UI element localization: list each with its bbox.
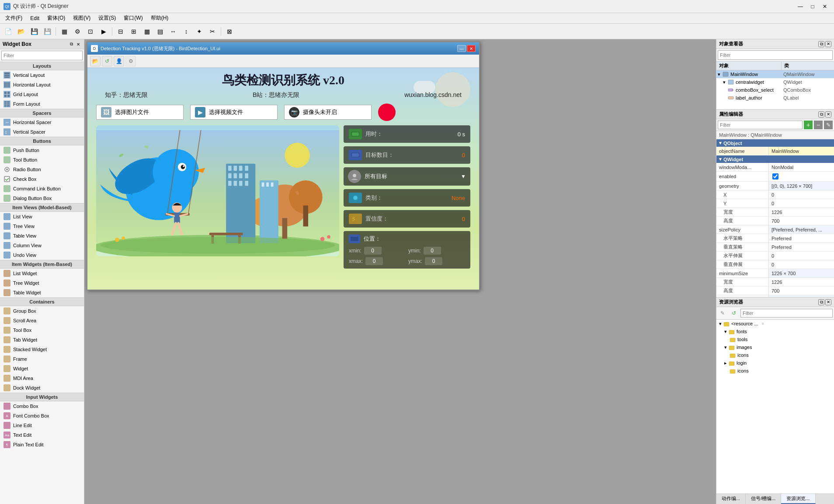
select-video-btn[interactable]: ▶ 选择视频文件 — [190, 105, 278, 120]
prop-float[interactable]: ⧉ — [818, 111, 824, 117]
widget-h-spacer[interactable]: ↔ Horizontal Spacer — [0, 117, 84, 127]
res-filter-input[interactable] — [740, 309, 833, 318]
toolbar-split-h[interactable]: ↔ — [167, 25, 179, 38]
tab-actions[interactable]: 动作编... — [716, 494, 746, 504]
widget-font-combo-box[interactable]: A Font Combo Box — [0, 411, 84, 421]
menu-window[interactable]: 窗口(W) — [120, 14, 146, 23]
widget-list-widget[interactable]: List Widget — [0, 269, 84, 278]
app-tb-open-img[interactable]: 📂 — [90, 56, 101, 66]
widget-grid-layout[interactable]: Grid Layout — [0, 90, 84, 99]
res-images[interactable]: ▾ images — [716, 343, 834, 351]
prop-filter-input[interactable] — [718, 121, 803, 129]
widget-text-edit[interactable]: Aa Text Edit — [0, 430, 84, 440]
toolbar-v-layout[interactable]: ⊞ — [128, 25, 140, 38]
toolbar-extra[interactable]: ⊠ — [223, 25, 236, 38]
res-tools[interactable]: tools — [716, 335, 834, 343]
toolbar-form-layout[interactable]: ▤ — [154, 25, 166, 38]
widget-push-button[interactable]: Push Button — [0, 145, 84, 155]
toolbar-preview[interactable]: ▶ — [97, 25, 110, 38]
widget-box-float[interactable]: ⧉ — [68, 41, 74, 47]
menu-file[interactable]: 文件(F) — [2, 14, 26, 23]
widget-tool-box[interactable]: Tool Box — [0, 325, 84, 335]
widget-form-layout[interactable]: Form Layout — [0, 99, 84, 109]
toolbar-open[interactable]: 📂 — [15, 25, 27, 38]
prop-hpolicy-val[interactable]: Preferred — [769, 234, 834, 242]
widget-scroll-area[interactable]: Scroll Area — [0, 316, 84, 325]
widget-list-view[interactable]: List View — [0, 212, 84, 221]
res-fonts[interactable]: ▾ fonts — [716, 328, 834, 335]
widget-check-box[interactable]: Check Box — [0, 174, 84, 184]
prop-minheight-val[interactable]: 700 — [769, 287, 834, 295]
widget-frame[interactable]: Frame — [0, 354, 84, 364]
prop-add-btn[interactable]: + — [804, 121, 813, 129]
toolbar-adjust[interactable]: ✦ — [193, 25, 205, 38]
tab-resources[interactable]: 资源浏览... — [781, 494, 815, 504]
stop-btn[interactable] — [378, 104, 396, 121]
widget-column-view[interactable]: Column View — [0, 241, 84, 250]
app-minimize-btn[interactable]: — — [457, 45, 466, 52]
obj-row-mainwindow[interactable]: ▾ MainWindow QMainWindow — [716, 70, 834, 78]
toolbar-split-v[interactable]: ↕ — [180, 25, 192, 38]
toolbar-grid-layout[interactable]: ▦ — [141, 25, 153, 38]
prop-windowmoda-val[interactable]: NonModal — [769, 163, 834, 171]
widget-box-close[interactable]: ✕ — [75, 41, 81, 47]
prop-geometry-val[interactable]: [(0, 0), 1226 × 700] — [769, 182, 834, 190]
menu-edit[interactable]: Edit — [27, 14, 43, 22]
prop-objectname-val[interactable]: MainWindow — [769, 147, 834, 155]
prop-vpolicy-val[interactable]: Preferred — [769, 243, 834, 251]
res-pencil-btn[interactable]: ✎ — [718, 308, 727, 318]
widget-tree-view[interactable]: Tree View — [0, 221, 84, 231]
widget-dock-widget[interactable]: Dock Widget — [0, 383, 84, 393]
minimize-button[interactable]: — — [795, 2, 806, 11]
res-login[interactable]: ▸ login — [716, 359, 834, 367]
prop-minwidth-val[interactable]: 1226 — [769, 278, 834, 286]
widget-plain-text-edit[interactable]: ¶ Plain Text Edit — [0, 440, 84, 449]
category-arrow-icon[interactable]: ▼ — [461, 173, 466, 180]
tab-signals[interactable]: 信号/槽编... — [746, 494, 781, 504]
app-tb-settings[interactable]: ⚙ — [125, 56, 136, 66]
select-image-btn[interactable]: 🖼 选择图片文件 — [96, 105, 184, 120]
widget-widget[interactable]: Widget — [0, 364, 84, 373]
toolbar-save2[interactable]: 💾 — [41, 25, 53, 38]
widget-table-view[interactable]: Table View — [0, 231, 84, 241]
prop-enabled-checkbox[interactable] — [772, 173, 778, 180]
widget-tree-widget[interactable]: Tree Widget — [0, 278, 84, 288]
maximize-button[interactable]: □ — [807, 2, 818, 11]
prop-hstretch-val[interactable]: 0 — [769, 252, 834, 260]
prop-sizepolicy-val[interactable]: [Preferred, Preferred, ... — [769, 225, 834, 234]
camera-btn[interactable]: 📷 摄像头未开启 — [284, 105, 372, 120]
prop-edit-btn[interactable]: ✎ — [824, 121, 833, 129]
toolbar-widget-editor[interactable]: ▦ — [58, 25, 70, 38]
obj-row-combobox[interactable]: comboBox_select QComboBox — [716, 86, 834, 94]
toolbar-new[interactable]: 📄 — [2, 25, 14, 38]
widget-command-link[interactable]: Command Link Button — [0, 184, 84, 193]
menu-form[interactable]: 窗体(O) — [44, 14, 69, 23]
widget-combo-box[interactable]: Combo Box — [0, 401, 84, 411]
widget-tab-widget[interactable]: Tab Widget — [0, 335, 84, 345]
prop-x-val[interactable]: 0 — [769, 190, 834, 199]
res-root[interactable]: ▾ <resource ... ≡ — [716, 320, 834, 328]
res-float[interactable]: ⧉ — [818, 299, 824, 305]
widget-dialog-button-box[interactable]: Dialog Button Box — [0, 193, 84, 203]
res-close[interactable]: ✕ — [825, 299, 831, 305]
app-tb-person[interactable]: 👤 — [114, 56, 124, 66]
prop-vstretch-val[interactable]: 0 — [769, 260, 834, 269]
prop-width-val[interactable]: 1226 — [769, 208, 834, 216]
menu-view[interactable]: 视图(V) — [70, 14, 94, 23]
obj-row-label[interactable]: label_author QLabel — [716, 94, 834, 102]
prop-height-val[interactable]: 700 — [769, 217, 834, 225]
close-button[interactable]: ✕ — [819, 2, 831, 11]
res-refresh-btn[interactable]: ↺ — [729, 308, 739, 318]
prop-sub-btn[interactable]: − — [814, 121, 823, 129]
widget-table-widget[interactable]: Table Widget — [0, 288, 84, 297]
obj-row-central[interactable]: ▾ centralwidget QWidget — [716, 78, 834, 86]
app-tb-refresh[interactable]: ↺ — [102, 56, 112, 66]
app-close-btn[interactable]: ✕ — [467, 45, 476, 52]
widget-filter-input[interactable] — [1, 51, 83, 60]
toolbar-connections[interactable]: ⚙ — [71, 25, 83, 38]
obj-inspector-float[interactable]: ⧉ — [818, 41, 824, 47]
widget-horizontal-layout[interactable]: Horizontal Layout — [0, 80, 84, 90]
obj-filter-input[interactable] — [718, 50, 833, 60]
prop-minsize-val[interactable]: 1226 × 700 — [769, 269, 834, 277]
prop-y-val[interactable]: 0 — [769, 199, 834, 207]
